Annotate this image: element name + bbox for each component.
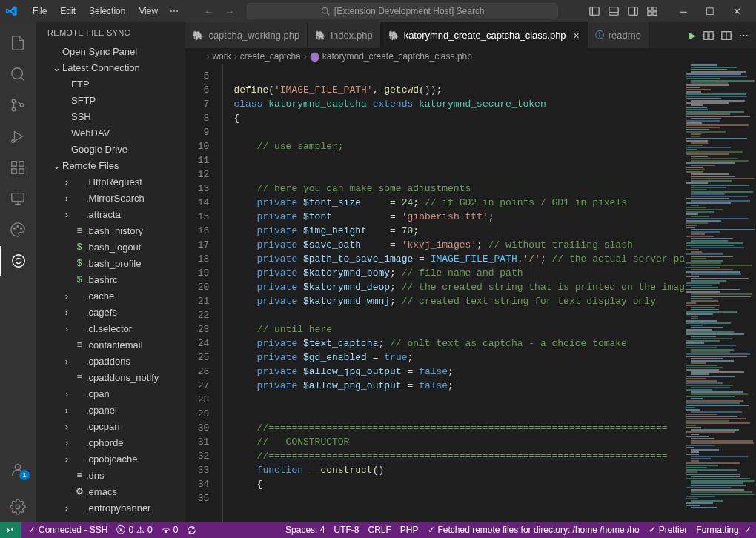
nav-back[interactable]: ←	[201, 4, 216, 19]
status-problems[interactable]: ⓧ 0 ⚠ 0	[112, 522, 156, 538]
file-item[interactable]: ›.MirrorSearch	[36, 190, 185, 206]
svg-rect-3	[609, 7, 618, 16]
status-sync[interactable]	[182, 522, 201, 538]
conn-sftp[interactable]: SFTP	[36, 92, 185, 108]
svg-rect-29	[709, 31, 713, 39]
file-item[interactable]: ≡.contactemail	[36, 336, 185, 353]
minimap[interactable]	[685, 64, 756, 522]
svg-rect-21	[12, 193, 24, 202]
run-debug-icon[interactable]	[0, 122, 36, 151]
tab-bar: 🐘captcha_working.php🐘index.php🐘katorymnd…	[185, 22, 756, 48]
file-item[interactable]: $.bash_profile	[36, 255, 185, 271]
menu-selection[interactable]: Selection	[83, 3, 131, 19]
conn-ftp[interactable]: FTP	[36, 76, 185, 92]
conn-ssh[interactable]: SSH	[36, 108, 185, 124]
command-center[interactable]: [Extension Development Host] Search	[247, 3, 558, 19]
remote-explorer-icon[interactable]	[0, 184, 36, 213]
more-actions-icon[interactable]: ⋯	[739, 30, 749, 41]
file-item[interactable]: ›.cache	[36, 288, 185, 304]
status-formatting[interactable]: Formatting: ✓	[692, 525, 756, 535]
menu-edit[interactable]: Edit	[54, 3, 82, 19]
accounts-icon[interactable]: 1	[0, 455, 36, 485]
status-encoding[interactable]: UTF-8	[329, 525, 363, 535]
file-item[interactable]: ›.attracta	[36, 206, 185, 222]
status-eol[interactable]: CRLF	[363, 525, 395, 535]
file-item[interactable]: ›.cpaddons	[36, 353, 185, 369]
svg-point-24	[21, 228, 22, 229]
file-item[interactable]: ›.cl.selector	[36, 320, 185, 336]
close-icon[interactable]: ×	[574, 30, 580, 41]
svg-rect-1	[590, 7, 599, 16]
code-area[interactable]: define('IMAGE_FILE_PATH', getcwd());clas…	[222, 64, 685, 522]
file-item[interactable]: ›.cpanel	[36, 402, 185, 418]
svg-point-0	[322, 8, 328, 14]
status-fetched[interactable]: ✓ Fetched remote files for directory: /h…	[423, 525, 644, 535]
minimize-button[interactable]: ─	[670, 0, 697, 22]
conn-webdav[interactable]: WebDAV	[36, 124, 185, 141]
file-item[interactable]: $.bash_logout	[36, 239, 185, 255]
file-item[interactable]: ›.entropybanner	[36, 499, 185, 516]
sidebar: REMOTE FILE SYNC Open Sync Panel ⌄Latest…	[36, 22, 185, 522]
maximize-button[interactable]: ☐	[697, 0, 723, 22]
svg-point-12	[12, 99, 16, 103]
svg-rect-7	[648, 7, 651, 10]
status-ports[interactable]: 0	[157, 522, 183, 538]
file-item[interactable]: ›.cpobjcache	[36, 451, 185, 467]
diff-icon[interactable]	[703, 30, 714, 41]
tab[interactable]: 🐘katorymnd_create_captcha_class.php×	[381, 22, 588, 48]
latest-connection[interactable]: ⌄Latest Connection	[36, 59, 185, 76]
menu-more[interactable]: ⋯	[165, 3, 183, 19]
open-sync-panel[interactable]: Open Sync Panel	[36, 43, 185, 59]
search-text: [Extension Development Host] Search	[334, 6, 485, 16]
editor-body[interactable]: 5678910111213141516171819202122232425262…	[185, 64, 756, 522]
status-spaces[interactable]: Spaces: 4	[281, 525, 329, 535]
menu-view[interactable]: View	[133, 3, 164, 19]
run-icon[interactable]: ▶	[689, 30, 696, 41]
svg-point-13	[12, 107, 16, 111]
close-button[interactable]: ✕	[723, 0, 750, 22]
extensions-icon[interactable]	[0, 153, 36, 182]
file-item[interactable]: ≡.dns	[36, 467, 185, 483]
breadcrumbs[interactable]: ›work ›create_captcha ›⬤katorymnd_create…	[185, 48, 756, 64]
settings-gear-icon[interactable]	[0, 492, 36, 522]
search-icon	[321, 7, 330, 16]
svg-point-16	[12, 140, 15, 143]
file-item[interactable]: ≡.bash_history	[36, 222, 185, 239]
file-item[interactable]: ›.cpan	[36, 385, 185, 402]
file-item[interactable]: ›.HttpRequest	[36, 173, 185, 190]
nav-forward[interactable]: →	[222, 4, 236, 19]
split-icon[interactable]	[721, 30, 732, 41]
svg-rect-8	[653, 7, 657, 10]
toggle-panel-right-icon[interactable]	[626, 4, 640, 19]
status-prettier[interactable]: ✓ Prettier	[644, 525, 692, 535]
svg-rect-19	[12, 169, 16, 173]
file-item[interactable]: ›.cpcpan	[36, 418, 185, 434]
tab[interactable]: ⓘreadme	[588, 22, 649, 48]
file-item[interactable]: ›.cphorde	[36, 434, 185, 451]
status-bar: ✓ Connected - SSH ⓧ 0 ⚠ 0 0 Spaces: 4 UT…	[0, 522, 756, 538]
search-activity-icon[interactable]	[0, 59, 36, 89]
svg-point-27	[16, 505, 20, 509]
status-connected[interactable]: ✓ Connected - SSH	[24, 522, 112, 538]
remote-files[interactable]: ⌄Remote Files	[36, 157, 185, 173]
svg-rect-28	[704, 31, 708, 39]
tab[interactable]: 🐘captcha_working.php	[185, 22, 308, 48]
status-lang[interactable]: PHP	[396, 525, 423, 535]
file-item[interactable]: ⚙.emacs	[36, 483, 185, 499]
svg-rect-5	[629, 7, 637, 16]
menu-file[interactable]: File	[27, 3, 53, 19]
file-item[interactable]: ≡.cpaddons_notify	[36, 369, 185, 385]
conn-gdrive[interactable]: Google Drive	[36, 141, 185, 157]
explorer-icon[interactable]	[0, 28, 36, 58]
source-control-icon[interactable]	[0, 90, 36, 120]
tab[interactable]: 🐘index.php	[308, 22, 380, 48]
palette-icon[interactable]	[0, 215, 36, 245]
customize-layout-icon[interactable]	[645, 4, 660, 19]
toggle-panel-left-icon[interactable]	[587, 4, 602, 19]
editor-group: 🐘captcha_working.php🐘index.php🐘katorymnd…	[185, 22, 756, 522]
remote-sync-icon[interactable]	[0, 246, 36, 276]
file-item[interactable]: $.bashrc	[36, 271, 185, 288]
file-item[interactable]: ›.cagefs	[36, 304, 185, 320]
toggle-panel-bottom-icon[interactable]	[606, 4, 621, 19]
remote-indicator[interactable]	[0, 522, 21, 538]
